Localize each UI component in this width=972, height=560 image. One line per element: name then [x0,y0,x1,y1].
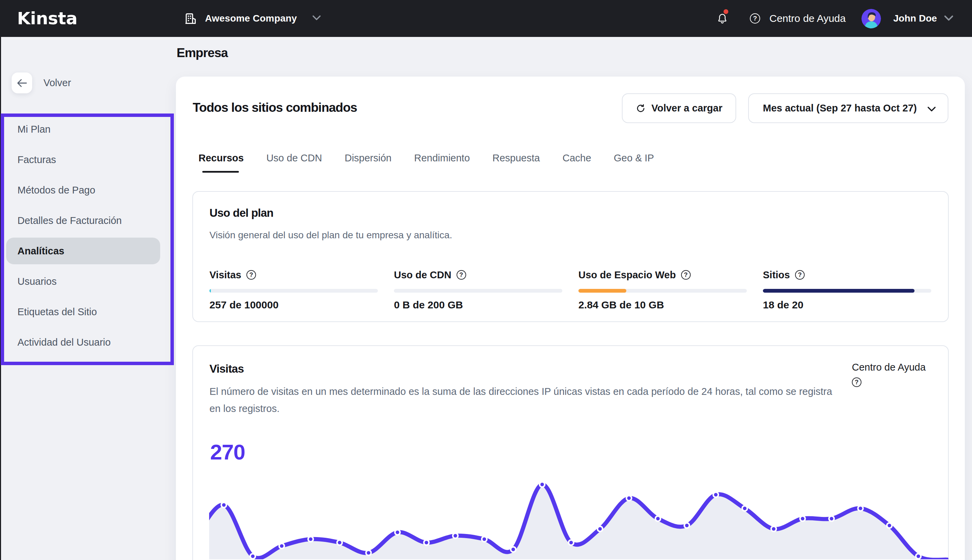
back-label[interactable]: Volver [43,72,71,93]
question-glyph: ? [249,272,253,278]
chart-dot [366,550,371,555]
question-glyph: ? [753,15,757,22]
chart-dot [511,547,516,552]
chart-dot [597,527,603,532]
metric-help-icon[interactable]: ? [457,270,466,280]
metric-help-icon[interactable]: ? [246,270,256,280]
metric-1: Uso de CDN?0 B de 200 GB [394,269,562,311]
metric-0: Visitas?257 de 100000 [209,269,378,311]
metric-progress-fill [763,289,915,293]
tab-6[interactable]: Geo & IP [614,152,654,173]
chart-dot [424,540,429,545]
chart-dot [713,492,718,497]
visits-chart [209,458,949,559]
metric-value: 18 de 20 [763,299,931,311]
sidebar-item-label: Usuarios [17,276,57,287]
metric-value: 2.84 GB de 10 GB [579,299,747,311]
header-help-link[interactable]: Centro de Ayuda [770,0,846,37]
tab-1[interactable]: Uso de CDN [266,152,322,173]
tab-5[interactable]: Cache [562,152,591,173]
sidebar-item-6[interactable]: Etiquetas del Sitio [6,297,160,327]
chart-dot [337,540,342,545]
visits-help-label: Centro de Ayuda [852,362,926,373]
chart-dot [656,516,661,522]
chart-dot [800,516,805,522]
chart-dot [569,540,574,545]
top-bar: Kinsta Awesome Company ? Centro de Ayuda [0,0,972,37]
sidebar-item-4[interactable]: Analíticas [6,238,160,264]
chart-dot [395,530,400,535]
metric-label: Sitios [763,269,790,281]
metric-label: Uso de Espacio Web [579,269,676,281]
metric-progress-fill [579,289,626,293]
sidebar-item-label: Etiquetas del Sitio [17,306,97,318]
metric-value: 0 B de 200 GB [394,299,562,311]
sidebar-item-0[interactable]: Mi Plan [6,114,160,145]
chart-dot [221,503,227,508]
plan-usage-title: Uso del plan [209,207,273,220]
company-chevron-down-icon[interactable] [312,15,321,21]
back-button[interactable] [12,72,32,93]
sidebar-item-label: Métodos de Pago [17,185,95,196]
metric-2: Uso de Espacio Web?2.84 GB de 10 GB [579,269,747,311]
chart-dot [453,533,458,538]
chart-area-fill [209,485,947,559]
sidebar-item-7[interactable]: Actividad del Usuario [6,327,160,358]
question-glyph: ? [798,272,801,278]
metric-progress-track [579,289,747,293]
user-name[interactable]: John Doe [893,0,937,37]
sidebar-item-label: Mi Plan [17,124,51,135]
sidebar-item-5[interactable]: Usuarios [6,266,160,297]
plan-usage-subtitle: Visión general del uso del plan de tu em… [209,230,452,241]
left-edge-strip [0,37,1,560]
sidebar-item-1[interactable]: Facturas [6,145,160,175]
chart-dot [540,482,545,487]
tab-4[interactable]: Respuesta [492,152,540,173]
metric-label: Uso de CDN [394,269,452,281]
metric-help-icon[interactable]: ? [681,270,691,280]
notification-badge [724,9,728,14]
chart-dot [829,516,834,522]
reload-button[interactable]: Volver a cargar [622,93,736,123]
metric-value: 257 de 100000 [209,299,378,311]
company-name: Awesome Company [205,13,297,24]
panel-title: Todos los sitios combinados [193,100,357,115]
tabs: RecursosUso de CDNDispersiónRendimientoR… [199,152,654,173]
metric-progress-track [763,289,931,293]
chart-dot [858,506,863,511]
tab-0[interactable]: Recursos [199,152,244,173]
visits-help-link[interactable]: Centro de Ayuda ? [852,360,934,387]
building-icon [184,12,197,25]
user-chevron-down-icon[interactable] [944,15,954,22]
sidebar-item-label: Detalles de Facturación [17,215,122,226]
chart-dot [742,506,747,511]
chart-dot [684,523,689,528]
chart-dot [626,496,631,501]
notifications-bell-icon[interactable] [712,0,733,37]
tab-3[interactable]: Rendimiento [414,152,470,173]
period-chevron-down-icon [927,106,936,112]
metric-progress-fill [209,289,211,293]
chart-dot [482,537,487,542]
tab-2[interactable]: Dispersión [345,152,391,173]
header-help-icon[interactable]: ? [750,13,760,23]
period-select[interactable]: Mes actual (Sep 27 hasta Oct 27) [748,93,949,123]
chart-dot [916,554,921,559]
sidebar-item-label: Facturas [17,154,56,165]
metric-progress-track [209,289,378,293]
sidebar-item-label: Actividad del Usuario [17,337,110,348]
chart-dot [887,523,892,528]
sidebar-item-3[interactable]: Detalles de Facturación [6,205,160,236]
chart-dot [771,527,776,532]
metric-3: Sitios?18 de 20 [763,269,931,311]
metric-progress-track [394,289,562,293]
visits-help-icon[interactable]: ? [852,377,862,387]
avatar[interactable] [862,9,881,28]
sidebar-item-label: Analíticas [17,245,64,257]
company-selector[interactable]: Awesome Company [184,0,297,37]
chart-dot [279,543,284,549]
sidebar-item-2[interactable]: Métodos de Pago [6,175,160,205]
kinsta-logo: Kinsta [17,0,77,37]
reload-label: Volver a cargar [651,103,722,114]
metric-help-icon[interactable]: ? [795,270,805,280]
